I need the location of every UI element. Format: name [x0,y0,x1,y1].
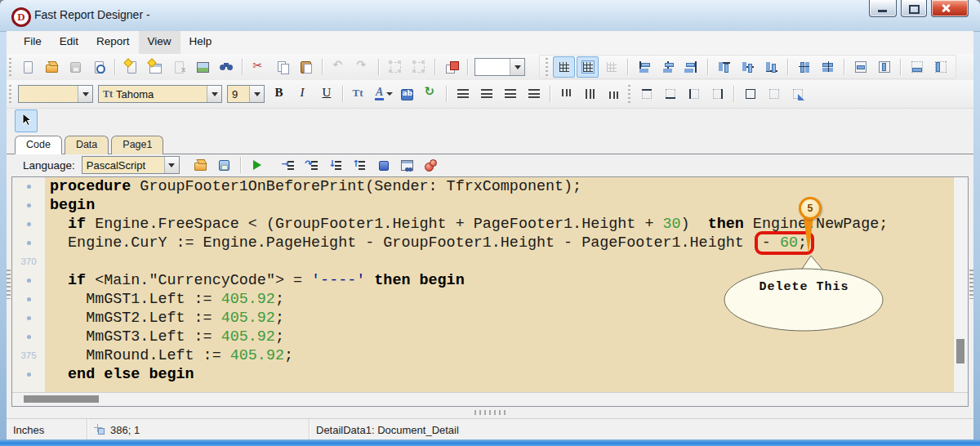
horizontal-scrollbar[interactable] [12,392,968,406]
border-all-button[interactable] [739,83,761,105]
border-properties-button[interactable] [786,83,808,105]
horizontal-scrollbar-thumb[interactable] [24,395,99,403]
minimize-button[interactable] [869,0,897,17]
font-color-button[interactable] [372,83,394,105]
dropdown-arrow-icon[interactable] [164,157,179,173]
center-vertically-in-band-button[interactable] [873,56,895,78]
evaluate-button[interactable] [396,154,418,176]
align-bottom-edges-button[interactable] [760,56,782,78]
step-over-button[interactable] [301,154,323,176]
align-to-grid-button[interactable] [577,56,599,78]
dropdown-arrow-icon[interactable] [510,59,524,75]
alignment-toolbar [539,55,956,79]
bring-to-front-button[interactable] [440,56,462,78]
open-report-button[interactable] [40,56,62,78]
step-into-button[interactable] [278,154,300,176]
text-align-left-button[interactable] [452,83,474,105]
font-size-combo[interactable]: 9 [227,85,265,103]
new-report-page-button[interactable] [120,56,142,78]
style-combo[interactable] [18,85,93,103]
close-button[interactable] [931,0,969,17]
b-none-icon [767,87,782,101]
border-bottom-button[interactable] [659,83,681,105]
bottom-splitter-grip[interactable] [474,410,506,415]
menu-view[interactable]: View [139,31,180,54]
border-none-button[interactable] [763,83,785,105]
select-tool-button[interactable] [15,109,38,132]
text-align-right-button[interactable] [499,83,521,105]
toolbar-separator [900,59,901,75]
left-splitter-grip[interactable] [7,270,11,299]
vertical-scrollbar[interactable] [953,177,968,392]
align-left-edges-button[interactable] [633,56,655,78]
vertical-align-top-button[interactable] [555,83,577,105]
menu-file[interactable]: File [15,31,51,54]
breakpoint-button[interactable] [420,154,442,176]
align-vertical-centers-button[interactable] [737,56,759,78]
text-align-justify-button[interactable] [523,83,545,105]
new-dialog-page-button[interactable] [144,56,166,78]
vertical-align-center-button[interactable] [579,83,601,105]
font-name-combo[interactable]: TtTahoma [98,85,222,103]
menu-edit[interactable]: Edit [51,31,87,54]
toolbar-grip-icon [546,58,548,76]
open-script-button[interactable] [189,154,212,176]
tab-page1[interactable]: Page1 [111,136,163,154]
vertical-align-bottom-button[interactable] [603,83,625,105]
center-h-icon [853,60,868,74]
maximize-button[interactable] [901,0,927,17]
text-align-center-button[interactable] [475,83,497,105]
copy-button[interactable] [271,56,293,78]
line-marker-dot [27,222,31,226]
step-out-button[interactable] [349,154,371,176]
paste-button[interactable] [295,56,317,78]
line-marker-dot [27,335,31,339]
run-to-cursor-button[interactable] [325,154,347,176]
text-rotation-button[interactable] [419,83,441,105]
align-right-edges-button[interactable] [680,56,702,78]
same-height-button[interactable] [929,56,951,78]
right-splitter-grip[interactable] [969,270,973,299]
save-script-button[interactable] [213,154,235,176]
show-grid-button[interactable] [553,56,575,78]
zoom-combo[interactable] [474,58,525,76]
dropdown-arrow-icon[interactable] [78,86,92,102]
border-left-button[interactable] [683,83,705,105]
italic-button[interactable] [292,83,314,105]
text-background-button[interactable] [395,83,417,105]
menu-help[interactable]: Help [180,31,221,54]
border-top-button[interactable] [635,83,657,105]
bold-button[interactable] [268,83,290,105]
page-settings-button[interactable] [191,56,213,78]
same-width-button[interactable] [906,56,928,78]
menu-report[interactable]: Report [87,31,139,54]
vertical-scrollbar-thumb[interactable] [956,339,964,363]
same-h-icon [933,60,948,74]
tab-code[interactable]: Code [15,136,62,154]
find-button[interactable] [215,56,237,78]
align-top-edges-button[interactable] [713,56,735,78]
status-units: Inches [7,419,87,440]
align-horizontal-centers-button[interactable] [657,56,679,78]
language-combo[interactable]: PascalScript [82,156,180,174]
code-editor[interactable]: procedure GroupFooter1OnBeforePrint(Send… [12,177,953,392]
border-right-button[interactable] [706,83,728,105]
dropdown-arrow-icon[interactable] [249,86,264,102]
tab-data[interactable]: Data [65,136,109,154]
gutter-cell [12,309,45,328]
stop-script-button[interactable] [372,154,394,176]
font-settings-button[interactable] [348,83,370,105]
dropdown-arrow-icon [386,92,393,96]
cut-button[interactable] [247,56,270,78]
preview-button[interactable] [87,56,109,78]
new-report-button[interactable] [16,56,38,78]
center-horizontally-in-band-button[interactable] [849,56,871,78]
dropdown-arrow-icon[interactable] [207,86,221,102]
space-horizontally-button[interactable] [793,56,815,78]
toolbar-separator [550,86,550,102]
va-bottom-icon [607,87,621,101]
space-vertically-button[interactable] [817,56,839,78]
run-script-button[interactable] [246,154,268,176]
underline-button[interactable] [315,83,337,105]
code-line: MmGST2.Left := 405.92; [12,309,953,328]
